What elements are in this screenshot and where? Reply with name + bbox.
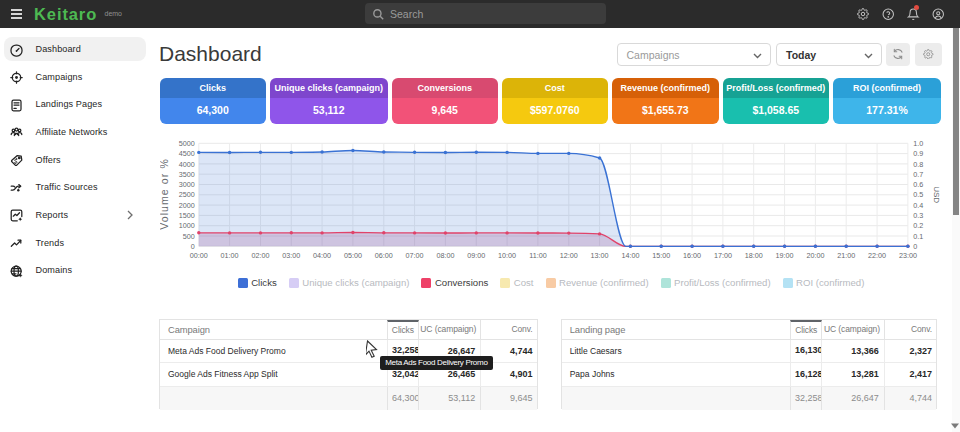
svg-text:2000: 2000 <box>179 201 195 210</box>
svg-text:5000: 5000 <box>179 139 195 148</box>
svg-text:03:00: 03:00 <box>282 251 300 260</box>
svg-text:00:00: 00:00 <box>190 251 208 260</box>
svg-text:13:00: 13:00 <box>591 251 609 260</box>
svg-text:07:00: 07:00 <box>406 251 424 260</box>
svg-text:0: 0 <box>191 242 195 251</box>
svg-text:0.2: 0.2 <box>913 221 923 230</box>
svg-text:02:00: 02:00 <box>252 251 270 260</box>
svg-text:16:00: 16:00 <box>683 251 701 260</box>
svg-text:09:00: 09:00 <box>467 251 485 260</box>
svg-text:04:00: 04:00 <box>313 251 331 260</box>
svg-text:01:00: 01:00 <box>221 251 239 260</box>
svg-text:0.7: 0.7 <box>913 170 923 179</box>
svg-text:0.5: 0.5 <box>913 190 923 199</box>
svg-text:USD: USD <box>932 186 941 203</box>
svg-text:0.9: 0.9 <box>913 149 923 158</box>
svg-text:08:00: 08:00 <box>436 251 454 260</box>
svg-text:3500: 3500 <box>179 170 195 179</box>
svg-text:10:00: 10:00 <box>498 251 516 260</box>
svg-text:05:00: 05:00 <box>344 251 362 260</box>
svg-text:2500: 2500 <box>179 190 195 199</box>
svg-text:06:00: 06:00 <box>375 251 393 260</box>
svg-text:0.1: 0.1 <box>913 232 923 241</box>
svg-text:18:00: 18:00 <box>745 251 763 260</box>
svg-text:23:00: 23:00 <box>899 251 917 260</box>
svg-text:22:00: 22:00 <box>868 251 886 260</box>
svg-text:3000: 3000 <box>179 180 195 189</box>
svg-text:0.6: 0.6 <box>913 180 923 189</box>
svg-text:15:00: 15:00 <box>652 251 670 260</box>
svg-text:17:00: 17:00 <box>714 251 732 260</box>
svg-text:20:00: 20:00 <box>806 251 824 260</box>
svg-text:500: 500 <box>183 232 195 241</box>
svg-text:4000: 4000 <box>179 160 195 169</box>
svg-text:21:00: 21:00 <box>837 251 855 260</box>
svg-text:1500: 1500 <box>179 211 195 220</box>
svg-text:14:00: 14:00 <box>621 251 639 260</box>
svg-text:0.8: 0.8 <box>913 160 923 169</box>
svg-text:Volume or %: Volume or % <box>160 158 170 230</box>
svg-text:11:00: 11:00 <box>529 251 546 260</box>
svg-text:0: 0 <box>913 242 917 251</box>
svg-text:19:00: 19:00 <box>776 251 794 260</box>
svg-text:4500: 4500 <box>179 149 195 158</box>
svg-text:0.3: 0.3 <box>913 211 923 220</box>
svg-text:12:00: 12:00 <box>560 251 578 260</box>
svg-text:1.0: 1.0 <box>913 139 923 148</box>
svg-text:0.4: 0.4 <box>913 201 923 210</box>
svg-text:1000: 1000 <box>179 221 195 230</box>
